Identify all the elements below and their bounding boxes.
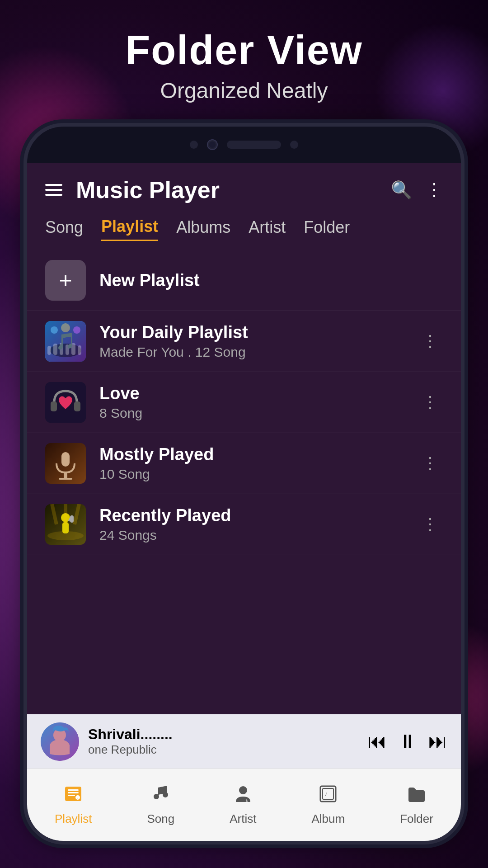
app-content: Music Player 🔍 ⋮ Song Playlist Albums Ar…	[27, 163, 461, 769]
song-icon-svg	[151, 784, 171, 804]
svg-rect-12	[51, 401, 57, 411]
phone-sensor	[190, 141, 198, 149]
svg-point-10	[73, 326, 80, 334]
album-icon-svg: ♪	[318, 784, 338, 804]
svg-rect-27	[68, 789, 79, 791]
now-playing-thumb	[41, 722, 79, 761]
new-playlist-item[interactable]: + New Playlist	[27, 250, 461, 311]
playlist-icon-svg: ♪	[63, 784, 83, 804]
playlist-container: + New Playlist	[27, 250, 461, 714]
nav-album[interactable]: ♪ Album	[311, 784, 345, 826]
svg-rect-28	[68, 792, 79, 793]
hamburger-line-2	[45, 189, 62, 191]
svg-rect-34	[158, 788, 159, 795]
love-thumb-svg	[45, 382, 86, 423]
tab-artist[interactable]: Artist	[249, 218, 286, 241]
list-item[interactable]: Recently Played 24 Songs ⋮	[27, 494, 461, 555]
nav-artist-label: Artist	[230, 812, 256, 826]
svg-point-9	[61, 323, 70, 332]
svg-rect-16	[64, 472, 67, 478]
list-item[interactable]: Love 8 Song ⋮	[27, 372, 461, 433]
mostly-playlist-thumb	[45, 443, 86, 484]
daily-playlist-info: Your Daily Playlist Made For You . 12 So…	[99, 323, 418, 360]
svg-rect-4	[60, 343, 63, 355]
svg-point-33	[163, 792, 168, 797]
nav-playlist-label: Playlist	[55, 812, 92, 826]
svg-rect-2	[47, 346, 51, 355]
mostly-playlist-name: Mostly Played	[99, 445, 418, 464]
love-playlist-name: Love	[99, 384, 418, 403]
promo-section: Folder View Organized Neatly	[0, 27, 488, 103]
recent-thumb-svg	[45, 504, 86, 545]
love-playlist-more[interactable]: ⋮	[418, 388, 443, 416]
header-icons: 🔍 ⋮	[391, 180, 443, 200]
tab-song[interactable]: Song	[45, 218, 83, 241]
next-button[interactable]: ⏭	[428, 731, 447, 752]
app-header: Music Player 🔍 ⋮	[27, 163, 461, 217]
mostly-playlist-sub: 10 Song	[99, 467, 418, 482]
now-playing-thumb-svg	[41, 722, 79, 761]
pause-button[interactable]: ⏸	[398, 731, 417, 752]
svg-text:♪: ♪	[76, 797, 78, 800]
song-nav-icon	[151, 784, 171, 808]
mostly-thumb-svg	[45, 443, 86, 484]
folder-icon-svg	[407, 784, 427, 804]
love-playlist-sub: 8 Song	[99, 406, 418, 421]
svg-point-8	[51, 326, 58, 334]
recent-playlist-more[interactable]: ⋮	[418, 510, 443, 538]
tab-bar: Song Playlist Albums Artist Folder	[27, 217, 461, 250]
mostly-playlist-info: Mostly Played 10 Song	[99, 445, 418, 482]
svg-point-36	[239, 786, 247, 794]
artist-icon-svg: ♪	[233, 784, 253, 804]
playlist-nav-icon: ♪	[63, 784, 83, 808]
now-playing-artist: one Republic	[88, 743, 359, 757]
tab-playlist[interactable]: Playlist	[101, 217, 158, 241]
svg-rect-35	[166, 786, 167, 793]
daily-playlist-thumb	[45, 321, 86, 362]
prev-button[interactable]: ⏮	[368, 731, 387, 752]
nav-song-label: Song	[147, 812, 174, 826]
album-nav-icon: ♪	[318, 784, 338, 808]
nav-artist[interactable]: ♪ Artist	[230, 784, 256, 826]
now-playing-title: Shrivali........	[88, 726, 359, 743]
new-playlist-info: New Playlist	[99, 271, 443, 290]
nav-playlist[interactable]: ♪ Playlist	[55, 784, 92, 826]
hamburger-line-3	[45, 194, 62, 196]
folder-nav-icon	[407, 784, 427, 808]
new-playlist-label: New Playlist	[99, 271, 200, 290]
daily-playlist-more[interactable]: ⋮	[418, 327, 443, 355]
daily-thumb-svg	[45, 321, 86, 362]
search-icon[interactable]: 🔍	[391, 180, 412, 200]
nav-song[interactable]: Song	[147, 784, 174, 826]
nav-folder-label: Folder	[400, 812, 433, 826]
recent-playlist-info: Recently Played 24 Songs	[99, 506, 418, 543]
svg-text:♪: ♪	[324, 790, 328, 797]
svg-rect-15	[61, 452, 70, 467]
now-playing-bar: Shrivali........ one Republic ⏮ ⏸ ⏭	[27, 714, 461, 769]
svg-rect-5	[66, 344, 69, 355]
more-options-icon[interactable]: ⋮	[426, 180, 443, 200]
nav-folder[interactable]: Folder	[400, 784, 433, 826]
list-item[interactable]: Mostly Played 10 Song ⋮	[27, 433, 461, 494]
svg-rect-3	[53, 344, 57, 355]
daily-playlist-name: Your Daily Playlist	[99, 323, 418, 342]
hamburger-line-1	[45, 184, 62, 186]
mostly-playlist-more[interactable]: ⋮	[418, 449, 443, 477]
list-item[interactable]: Your Daily Playlist Made For You . 12 So…	[27, 311, 461, 372]
new-playlist-button[interactable]: +	[45, 260, 86, 301]
svg-rect-6	[71, 343, 75, 355]
tab-folder[interactable]: Folder	[304, 218, 350, 241]
now-playing-info: Shrivali........ one Republic	[88, 726, 359, 757]
hamburger-menu[interactable]	[45, 184, 62, 196]
tab-albums[interactable]: Albums	[176, 218, 230, 241]
recent-playlist-name: Recently Played	[99, 506, 418, 525]
svg-rect-22	[70, 515, 74, 523]
svg-rect-7	[78, 345, 81, 355]
phone-speaker	[227, 141, 281, 149]
now-playing-controls: ⏮ ⏸ ⏭	[368, 731, 447, 752]
daily-playlist-sub: Made For You . 12 Song	[99, 344, 418, 360]
recent-playlist-sub: 24 Songs	[99, 528, 418, 543]
svg-rect-17	[59, 478, 72, 480]
phone-camera	[207, 139, 218, 150]
love-playlist-info: Love 8 Song	[99, 384, 418, 421]
